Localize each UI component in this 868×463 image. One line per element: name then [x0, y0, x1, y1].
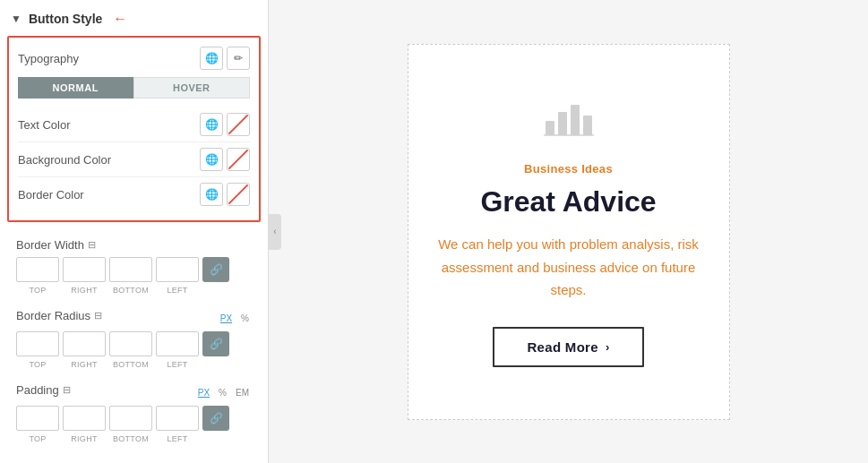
border-radius-label: Border Radius [16, 309, 90, 322]
right-preview: Business Ideas Great Advice We can help … [269, 0, 868, 463]
border-radius-label-row: Border Radius ⊟ PX % [16, 309, 252, 328]
border-width-inputs: 🔗 [16, 257, 252, 282]
globe-icon-typography[interactable]: 🌐 [200, 47, 223, 70]
padding-label-group: Padding ⊟ [16, 383, 71, 397]
border-radius-icon: ⊟ [94, 310, 102, 322]
right-sublabel-p: RIGHT [63, 434, 106, 443]
top-sublabel-p: TOP [16, 434, 59, 443]
card-description: We can help you with problem analysis, r… [435, 233, 702, 302]
typography-label: Typography [18, 52, 79, 65]
text-color-label: Text Color [18, 118, 71, 132]
border-radius-inputs: 🔗 [16, 331, 252, 356]
border-color-label: Border Color [18, 188, 84, 201]
globe-icon-bg-color[interactable]: 🌐 [200, 148, 223, 171]
border-width-icon: ⊟ [88, 239, 96, 251]
border-radius-right[interactable] [63, 331, 106, 356]
preview-card: Business Ideas Great Advice We can help … [408, 44, 730, 420]
hover-tab[interactable]: HOVER [133, 77, 251, 99]
border-width-left[interactable] [156, 257, 199, 282]
background-color-row: Background Color 🌐 [18, 142, 250, 177]
card-category: Business Ideas [524, 162, 613, 176]
read-more-label: Read More [527, 339, 597, 355]
padding-top[interactable] [16, 406, 59, 431]
svg-rect-0 [546, 121, 554, 135]
read-more-button[interactable]: Read More › [493, 327, 643, 367]
card-title: Great Advice [480, 184, 656, 219]
padding-link-btn[interactable]: 🔗 [202, 406, 229, 431]
top-sublabel-r: TOP [16, 360, 59, 369]
left-panel: ▼ Button Style ← Typography 🌐 ✏ NORMAL H… [0, 0, 269, 463]
unit-px-btn[interactable]: PX [218, 313, 235, 324]
border-radius-units: PX % [218, 313, 252, 324]
collapse-icon[interactable]: ▼ [11, 13, 21, 25]
chart-icon [542, 96, 596, 144]
typography-icons: 🌐 ✏ [200, 47, 250, 70]
padding-icon: ⊟ [63, 384, 71, 396]
background-color-label: Background Color [18, 153, 111, 167]
right-sublabel-r: RIGHT [63, 360, 106, 369]
globe-icon-text-color[interactable]: 🌐 [200, 113, 223, 136]
border-width-label: Border Width [16, 238, 84, 252]
text-color-row: Text Color 🌐 [18, 107, 250, 142]
padding-section: Padding ⊟ PX % EM 🔗 TOP RIGHT BOTTOM LEF… [0, 376, 268, 450]
typography-row: Typography 🌐 ✏ [18, 47, 250, 70]
slash-icon-border-color[interactable] [227, 183, 250, 206]
panel-header: ▼ Button Style ← [0, 11, 268, 36]
bottom-sublabel-r: BOTTOM [109, 360, 152, 369]
left-sublabel-p: LEFT [156, 434, 199, 443]
border-radius-link-btn[interactable]: 🔗 [202, 331, 229, 356]
border-radius-sublabels: TOP RIGHT BOTTOM LEFT [16, 360, 252, 369]
slash-icon-bg-color[interactable] [227, 148, 250, 171]
svg-rect-1 [558, 112, 567, 135]
collapse-handle[interactable]: ‹ [269, 214, 281, 250]
border-width-sublabels: TOP RIGHT BOTTOM LEFT [16, 286, 252, 295]
right-sublabel: RIGHT [63, 286, 106, 295]
svg-rect-2 [571, 105, 580, 135]
padding-sublabels: TOP RIGHT BOTTOM LEFT [16, 434, 252, 443]
back-arrow-icon[interactable]: ← [113, 11, 127, 27]
border-width-bottom[interactable] [109, 257, 152, 282]
chart-svg [542, 96, 596, 141]
border-width-label-row: Border Width ⊟ [16, 238, 252, 252]
padding-label-row: Padding ⊟ PX % EM [16, 383, 252, 402]
border-width-link-btn[interactable]: 🔗 [202, 257, 229, 282]
panel-title: Button Style [29, 12, 102, 26]
border-radius-bottom[interactable] [109, 331, 152, 356]
border-width-top[interactable] [16, 257, 59, 282]
padding-label: Padding [16, 383, 59, 397]
border-width-section: Border Width ⊟ 🔗 TOP RIGHT BOTTOM LEFT [0, 231, 268, 302]
border-radius-top[interactable] [16, 331, 59, 356]
padding-bottom[interactable] [109, 406, 152, 431]
padding-inputs: 🔗 [16, 406, 252, 431]
padding-units: PX % EM [195, 387, 252, 399]
border-color-row: Border Color 🌐 [18, 177, 250, 211]
border-radius-section: Border Radius ⊟ PX % 🔗 TOP RIGHT BOTTOM … [0, 302, 268, 376]
border-width-right[interactable] [63, 257, 106, 282]
unit-pct-btn[interactable]: % [238, 313, 252, 324]
text-color-controls: 🌐 [200, 113, 250, 136]
padding-unit-pct-btn[interactable]: % [216, 387, 229, 399]
padding-right[interactable] [63, 406, 106, 431]
button-style-section: Typography 🌐 ✏ NORMAL HOVER Text Color 🌐… [7, 36, 261, 222]
padding-unit-em-btn[interactable]: EM [233, 387, 252, 399]
edit-icon-typography[interactable]: ✏ [227, 47, 250, 70]
svg-rect-3 [583, 116, 592, 135]
background-color-controls: 🌐 [200, 148, 250, 171]
bottom-sublabel: BOTTOM [109, 286, 152, 295]
padding-unit-px-btn[interactable]: PX [195, 387, 212, 399]
border-radius-label-group: Border Radius ⊟ [16, 309, 102, 322]
border-color-controls: 🌐 [200, 183, 250, 206]
slash-icon-text-color[interactable] [227, 113, 250, 136]
left-sublabel-r: LEFT [156, 360, 199, 369]
bottom-sublabel-p: BOTTOM [109, 434, 152, 443]
globe-icon-border-color[interactable]: 🌐 [200, 183, 223, 206]
top-sublabel: TOP [16, 286, 59, 295]
normal-tab[interactable]: NORMAL [18, 77, 133, 99]
chevron-right-icon: › [606, 340, 610, 354]
left-sublabel: LEFT [156, 286, 199, 295]
tab-row: NORMAL HOVER [18, 77, 250, 99]
border-radius-left[interactable] [156, 331, 199, 356]
padding-left[interactable] [156, 406, 199, 431]
